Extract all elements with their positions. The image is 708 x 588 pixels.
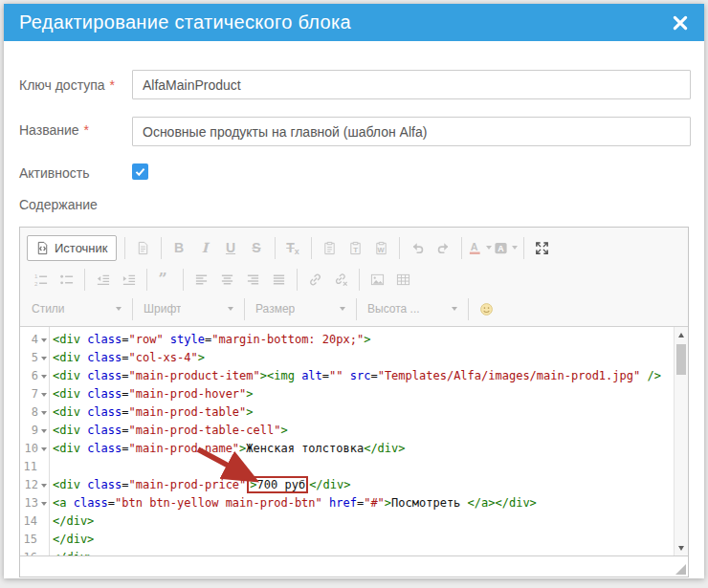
required-asterisk: * (84, 122, 89, 138)
bg-color-icon: A (494, 236, 518, 259)
toolbar-row-1: ИсточникBIUSTxTWAA (26, 230, 682, 265)
combo-caret-icon (340, 307, 345, 311)
fold-arrow-icon[interactable] (41, 375, 47, 379)
line-number: 8 (32, 403, 38, 422)
font-combo-label: Шрифт (144, 302, 181, 316)
fold-arrow-icon[interactable] (41, 338, 47, 342)
required-asterisk: * (110, 77, 115, 93)
combo-caret-icon (228, 307, 233, 311)
code-line-8: 8<div class="main-prod-table"> (20, 403, 674, 422)
strikethrough-icon: S (245, 236, 269, 259)
size-combo-label: Размер (255, 302, 295, 316)
source-button[interactable]: Источник (27, 235, 117, 261)
align-right-icon (241, 268, 265, 291)
scroll-down-icon[interactable] (678, 546, 684, 551)
code-lines: 34<div class="row" style="margin-bottom:… (20, 327, 674, 556)
line-gutter: 8 (20, 403, 50, 422)
redo-icon (431, 236, 455, 259)
line-number: 14 (24, 512, 37, 531)
font-combo: Шрифт (138, 302, 239, 316)
activity-checkbox[interactable] (132, 163, 148, 180)
line-gutter: 5 (20, 349, 50, 367)
line-number: 10 (25, 440, 38, 458)
fold-arrow-icon[interactable] (41, 447, 47, 451)
code-line-content: </div> (50, 512, 94, 531)
toolbar-separator (523, 237, 524, 259)
code-line-13: 13<a class="btn btn-yellow main-prod-btn… (20, 494, 674, 512)
fold-arrow-icon[interactable] (41, 502, 47, 506)
line-number: 6 (32, 367, 38, 385)
line-gutter: 15 (20, 531, 50, 549)
toolbar-separator (461, 237, 462, 259)
text-color-icon: A (468, 236, 492, 259)
svg-text:A: A (498, 243, 504, 252)
undo-icon (406, 236, 430, 259)
line-number: 15 (24, 531, 37, 549)
access-key-label: Ключ доступа* (19, 77, 115, 93)
line-gutter: 9 (20, 422, 50, 440)
dropdown-caret-icon (486, 246, 492, 250)
toolbar-separator (84, 269, 85, 291)
style-combo-label: Стили (32, 302, 65, 316)
fold-arrow-icon[interactable] (41, 411, 47, 415)
code-line-6: 6<div class="main-product-item"><img alt… (20, 367, 674, 385)
line-number: 4 (32, 331, 38, 349)
line-number: 9 (32, 422, 38, 440)
svg-text:T: T (353, 245, 358, 253)
maximize-icon[interactable] (530, 236, 554, 259)
svg-text:W: W (377, 245, 385, 253)
toolbar-separator (311, 237, 312, 259)
close-button[interactable] (670, 12, 691, 33)
line-gutter: 4 (20, 331, 50, 349)
scroll-up-icon[interactable] (678, 333, 684, 338)
name-input[interactable] (132, 117, 691, 146)
paste-word-icon: W (369, 236, 393, 259)
modal-header: Редактирование статического блока (4, 4, 704, 41)
code-line-content: <div class="main-product-item"><img alt=… (50, 367, 661, 385)
code-line-content: <div class="main-prod-name">Женская толс… (50, 440, 406, 458)
code-line-11: 11 (20, 458, 674, 476)
vertical-scrollbar[interactable] (674, 327, 688, 556)
code-line-content: </div> (50, 531, 94, 549)
remove-format-icon: Tx (281, 236, 305, 259)
image-icon (365, 268, 389, 291)
code-line-14: 14</div> (20, 512, 674, 531)
toolbar-separator (399, 237, 400, 259)
toolbar-separator (359, 269, 360, 291)
size-combo: Размер (250, 302, 351, 316)
line-gutter: 14 (20, 512, 50, 531)
line-gutter: 11 (20, 458, 50, 476)
bullet-list-icon (55, 268, 78, 291)
code-line-content: <div class="col-xs-4"> (50, 349, 205, 367)
content-editor: ИсточникBIUSTxTWAA 12” СтилиШрифтРазмерВ… (19, 227, 689, 577)
toolbar-separator (468, 298, 469, 320)
dropdown-caret-icon (512, 246, 518, 250)
fold-arrow-icon[interactable] (41, 429, 47, 433)
code-line-7: 7<div class="main-prod-hover"> (20, 385, 674, 403)
bold-icon: B (167, 236, 191, 259)
line-gutter: 10 (20, 440, 50, 458)
fold-arrow-icon[interactable] (41, 484, 47, 488)
align-center-icon (215, 268, 239, 291)
indent-icon (117, 268, 141, 291)
fold-arrow-icon[interactable] (41, 357, 47, 360)
combo-caret-icon (116, 307, 122, 311)
code-line-10: 10<div class="main-prod-name">Женская то… (20, 440, 674, 458)
resize-grip[interactable] (675, 564, 686, 575)
scrollbar-thumb[interactable] (676, 344, 686, 375)
toolbar-separator (356, 298, 357, 320)
toolbar-separator (124, 237, 125, 259)
source-code-area[interactable]: 34<div class="row" style="margin-bottom:… (20, 327, 688, 556)
access-key-input[interactable] (132, 70, 691, 99)
name-label: Название* (19, 122, 89, 138)
editor-toolbar: ИсточникBIUSTxTWAA 12” СтилиШрифтРазмерВ… (20, 228, 688, 327)
code-line-12: 12<div class="main-prod-price">700 руб</… (20, 476, 674, 494)
outdent-icon (91, 268, 115, 291)
underline-icon: U (219, 236, 243, 259)
toolbar-separator (132, 298, 133, 320)
fold-arrow-icon[interactable] (41, 393, 47, 397)
svg-text:2: 2 (34, 279, 38, 286)
code-line-content: <a class="btn btn-yellow main-prod-btn" … (50, 494, 537, 512)
code-line-content: <div class="main-prod-table"> (50, 403, 254, 422)
line-gutter: 12 (20, 476, 50, 494)
